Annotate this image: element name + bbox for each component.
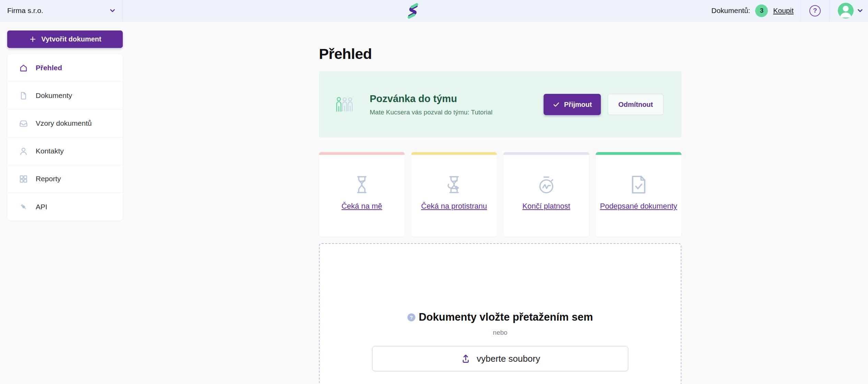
invitation-actions: Přijmout Odmítnout	[544, 94, 664, 115]
documents-count-label: Dokumentů:	[711, 7, 750, 15]
plug-icon	[19, 202, 28, 211]
chevron-down-icon[interactable]	[856, 7, 864, 14]
chevron-down-icon	[109, 7, 116, 14]
page-title: Přehled	[319, 46, 372, 62]
document-check-icon	[628, 174, 650, 196]
upload-icon	[460, 353, 471, 364]
person-silhouette-icon	[838, 3, 854, 18]
create-document-label: Vytvořit dokument	[41, 35, 102, 43]
document-icon	[19, 91, 28, 100]
sidebar-item-kontakty[interactable]: Kontakty	[7, 137, 123, 165]
plus-icon	[29, 35, 37, 43]
sidebar-item-prehled[interactable]: Přehled	[7, 54, 123, 82]
card-link-label[interactable]: Podepsané dokumenty	[600, 202, 677, 211]
invitation-text: Pozvánka do týmu Mate Kucsera vás pozval…	[370, 93, 492, 116]
decline-button[interactable]: Odmítnout	[608, 94, 664, 115]
invitation-title: Pozvánka do týmu	[370, 93, 492, 104]
help-icon[interactable]: ?	[809, 5, 821, 16]
sidebar-item-label: Reporty	[36, 175, 61, 183]
document-dropzone[interactable]: ? Dokumenty vložte přetažením sem nebo v…	[319, 243, 681, 384]
hourglass-forward-icon	[443, 174, 465, 196]
home-icon	[19, 63, 28, 73]
card-link-label[interactable]: Končí platnost	[522, 202, 570, 211]
card-accent-strip	[319, 152, 405, 155]
card-accent-strip	[411, 152, 497, 155]
grid-icon	[19, 174, 28, 184]
sidebar-item-vzory-dokumentu[interactable]: Vzory dokumentů	[7, 110, 123, 137]
card-ceka-na-protistranu[interactable]: Čeká na protistranu	[411, 152, 497, 237]
card-link-label[interactable]: Čeká na protistranu	[421, 202, 487, 211]
card-konci-platnost[interactable]: Končí platnost	[503, 152, 589, 237]
select-files-button[interactable]: vyberte soubory	[372, 346, 628, 371]
avatar[interactable]	[838, 3, 854, 18]
check-icon	[552, 101, 560, 108]
hint-question-icon[interactable]: ?	[407, 313, 415, 321]
decline-label: Odmítnout	[618, 101, 653, 108]
card-accent-strip	[503, 152, 589, 155]
sidebar-item-reporty[interactable]: Reporty	[7, 165, 123, 193]
select-files-label: vyberte soubory	[477, 354, 540, 364]
topbar: Firma s.r.o. Dokumentů: 3 Koupit ?	[0, 0, 868, 22]
sidebar-item-label: Dokumenty	[36, 91, 72, 100]
inbox-tray-icon	[19, 119, 28, 128]
buy-link[interactable]: Koupit	[773, 7, 794, 15]
team-invitation-banner: Pozvánka do týmu Mate Kucsera vás pozval…	[319, 71, 681, 138]
sidebar-item-label: Kontakty	[36, 147, 64, 155]
topbar-right: Dokumentů: 3 Koupit ?	[702, 0, 868, 21]
company-selector[interactable]: Firma s.r.o.	[0, 0, 123, 21]
accept-button[interactable]: Přijmout	[544, 94, 601, 115]
sidebar-item-label: Přehled	[36, 64, 62, 72]
team-people-icon	[335, 94, 354, 115]
stopwatch-icon	[535, 174, 557, 196]
hourglass-icon	[351, 174, 373, 196]
sidebar-item-api[interactable]: API	[7, 193, 123, 221]
user-menu[interactable]	[830, 0, 868, 21]
card-ceka-na-me[interactable]: Čeká na mě	[319, 152, 405, 237]
sidebar-nav: Přehled Dokumenty Vzory dokumentů Kontak…	[7, 54, 123, 221]
create-document-button[interactable]: Vytvořit dokument	[7, 30, 123, 48]
dropzone-title-row: ? Dokumenty vložte přetažením sem	[407, 311, 593, 323]
company-name: Firma s.r.o.	[7, 7, 43, 15]
dropzone-title: Dokumenty vložte přetažením sem	[419, 311, 593, 323]
accept-label: Přijmout	[564, 101, 592, 109]
person-icon	[19, 147, 28, 156]
documents-credit-group: Dokumentů: 3 Koupit	[702, 0, 800, 21]
sidebar-item-label: Vzory dokumentů	[36, 119, 92, 127]
sidebar-item-label: API	[36, 203, 47, 211]
sidebar-item-dokumenty[interactable]: Dokumenty	[7, 82, 123, 110]
dropzone-or-label: nebo	[493, 329, 507, 336]
stat-cards-row: Čeká na mě Čeká na protistranu	[319, 152, 681, 237]
invitation-subtitle: Mate Kucsera vás pozval do týmu: Tutoria…	[370, 109, 492, 116]
card-link-label[interactable]: Čeká na mě	[342, 202, 382, 211]
help-wrap: ?	[801, 0, 829, 21]
documents-count-badge: 3	[755, 4, 768, 17]
card-accent-strip	[596, 152, 681, 155]
card-podepsane-dokumenty[interactable]: Podepsané dokumenty	[596, 152, 681, 237]
app-logo-icon[interactable]	[407, 3, 419, 19]
